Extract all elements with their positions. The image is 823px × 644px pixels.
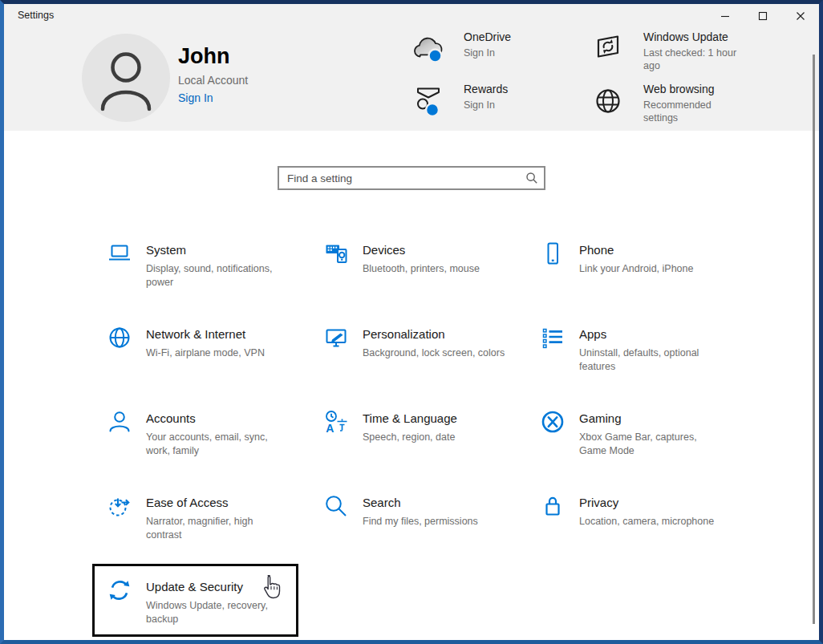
quick-status-title: Web browsing xyxy=(643,82,741,96)
category-subtitle: Speech, region, date xyxy=(363,431,507,444)
rewards-icon xyxy=(409,82,448,122)
titlebar: Settings xyxy=(4,4,819,28)
category-tile-gaming[interactable]: Gaming Xbox Game Bar, captures, Game Mod… xyxy=(527,397,730,467)
accounts-icon xyxy=(106,409,133,436)
ease-of-access-icon xyxy=(106,493,133,520)
devices-icon xyxy=(322,241,350,268)
user-sign-in-link[interactable]: Sign In xyxy=(178,91,213,104)
quick-status-web-browsing[interactable]: Web browsing Recommended settings xyxy=(589,82,741,124)
category-subtitle: Wi-Fi, airplane mode, VPN xyxy=(146,346,290,360)
quick-status-rewards[interactable]: Rewards Sign In xyxy=(409,82,562,122)
category-tile-search[interactable]: Search Find my files, permissions xyxy=(310,481,513,551)
category-title: Privacy xyxy=(579,495,724,511)
quick-status-subtitle: Last checked: 1 hour ago xyxy=(643,47,741,72)
close-icon xyxy=(796,11,805,21)
app-title: Settings xyxy=(18,10,54,21)
category-tile-devices[interactable]: Devices Bluetooth, printers, mouse xyxy=(310,229,513,298)
update-security-icon xyxy=(106,577,133,605)
category-title: Phone xyxy=(579,242,724,258)
search-input[interactable] xyxy=(278,166,545,190)
category-tile-personalization[interactable]: Personalization Background, lock screen,… xyxy=(310,313,513,383)
user-name: John xyxy=(178,44,248,68)
gaming-icon xyxy=(539,409,566,436)
quick-status-subtitle: Sign In xyxy=(464,99,562,111)
category-subtitle: Your accounts, email, sync, work, family xyxy=(146,431,290,458)
settings-window: Settings John Local Account Sign In xyxy=(0,0,823,644)
category-title: Gaming xyxy=(579,411,724,427)
category-title: System xyxy=(146,242,290,258)
category-subtitle: Location, camera, microphone xyxy=(579,515,724,529)
category-subtitle: Display, sound, notifications, power xyxy=(146,262,290,290)
window-controls xyxy=(706,4,819,28)
account-type: Local Account xyxy=(178,74,248,87)
personalization-icon xyxy=(322,325,350,352)
quick-status-windows-update[interactable]: Windows Update Last checked: 1 hour ago xyxy=(589,30,741,72)
category-tile-phone[interactable]: Phone Link your Android, iPhone xyxy=(527,229,730,298)
category-tile-network-internet[interactable]: Network & Internet Wi-Fi, airplane mode,… xyxy=(94,313,297,383)
category-subtitle: Find my files, permissions xyxy=(363,515,507,529)
minimize-button[interactable] xyxy=(706,4,744,28)
network-internet-icon xyxy=(106,325,133,352)
category-tile-ease-of-access[interactable]: Ease of Access Narrator, magnifier, high… xyxy=(94,481,297,551)
quick-status-subtitle: Sign In xyxy=(464,47,562,59)
svg-text:A: A xyxy=(326,422,334,435)
category-title: Accounts xyxy=(146,411,290,427)
search-icon xyxy=(525,172,538,188)
category-subtitle: Background, lock screen, colors xyxy=(363,346,507,360)
category-tile-apps[interactable]: Apps Uninstall, defaults, optional featu… xyxy=(527,313,730,383)
quick-status-title: Windows Update xyxy=(643,30,741,44)
quick-status-title: Rewards xyxy=(464,82,562,96)
search-box xyxy=(278,166,545,190)
category-tile-system[interactable]: System Display, sound, notifications, po… xyxy=(94,229,297,298)
category-title: Apps xyxy=(579,326,724,342)
quick-status-onedrive[interactable]: OneDrive Sign In xyxy=(409,30,562,64)
categories-grid: System Display, sound, notifications, po… xyxy=(94,229,730,635)
category-tile-privacy[interactable]: Privacy Location, camera, microphone xyxy=(527,481,730,551)
windows-update-icon xyxy=(589,30,627,63)
close-button[interactable] xyxy=(781,4,819,28)
category-title: Time & Language xyxy=(363,411,507,427)
onedrive-cloud-icon xyxy=(409,30,448,64)
category-subtitle: Windows Update, recovery, backup xyxy=(146,599,290,626)
minimize-icon xyxy=(720,11,730,21)
quick-status-title: OneDrive xyxy=(464,30,562,44)
time-language-icon: A xyxy=(322,409,350,436)
web-browsing-globe-icon xyxy=(589,82,627,116)
category-title: Personalization xyxy=(363,326,507,342)
category-subtitle: Uninstall, defaults, optional features xyxy=(579,346,724,374)
category-title: Devices xyxy=(363,242,507,258)
category-subtitle: Link your Android, iPhone xyxy=(579,262,724,276)
phone-icon xyxy=(539,241,566,268)
category-subtitle: Bluetooth, printers, mouse xyxy=(363,262,507,276)
category-tile-accounts[interactable]: Accounts Your accounts, email, sync, wor… xyxy=(94,397,297,467)
user-block: John Local Account Sign In xyxy=(178,44,248,105)
category-title: Ease of Access xyxy=(146,495,290,511)
apps-icon xyxy=(539,325,566,352)
quick-status-subtitle: Recommended settings xyxy=(643,99,741,124)
category-title: Update & Security xyxy=(146,579,290,595)
person-icon xyxy=(82,34,170,122)
category-title: Network & Internet xyxy=(146,326,290,342)
avatar xyxy=(82,34,170,122)
category-tile-time-language[interactable]: A Time & Language Speech, region, date xyxy=(310,397,513,467)
category-subtitle: Narrator, magnifier, high contrast xyxy=(146,515,290,542)
category-tile-update-security[interactable]: Update & Security Windows Update, recove… xyxy=(94,565,297,635)
category-subtitle: Xbox Game Bar, captures, Game Mode xyxy=(579,431,724,458)
maximize-icon xyxy=(758,11,768,21)
maximize-button[interactable] xyxy=(744,4,781,28)
privacy-icon xyxy=(539,493,566,520)
vertical-scrollbar-thumb[interactable] xyxy=(813,55,815,624)
system-icon xyxy=(106,241,133,268)
search-category-icon xyxy=(322,493,350,520)
category-title: Search xyxy=(363,495,507,511)
